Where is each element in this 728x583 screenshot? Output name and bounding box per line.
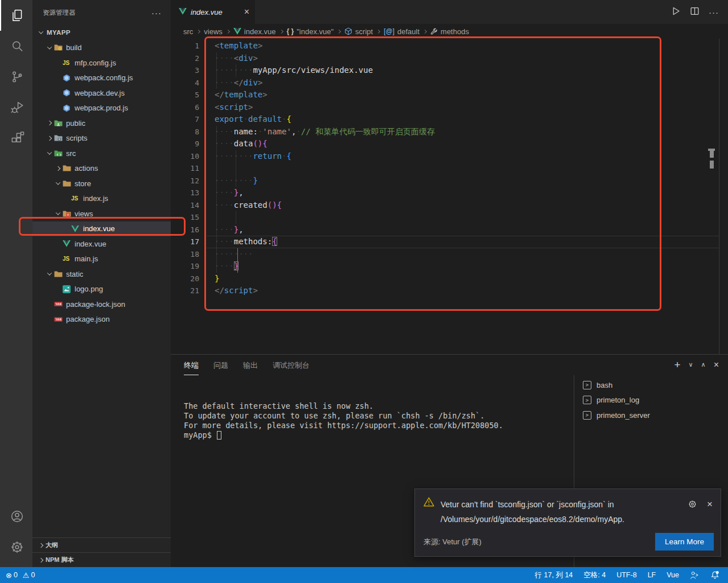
tree-item-logo.png[interactable]: logo.png xyxy=(32,282,171,297)
tree-item-static[interactable]: static xyxy=(32,266,171,282)
sidebar-section-NPM 脚本[interactable]: NPM 脚本 xyxy=(32,552,171,567)
folder-scripts-icon xyxy=(54,134,65,142)
tree-item-main.js[interactable]: JSmain.js xyxy=(32,252,171,267)
tab-bar: index.vue × ··· xyxy=(171,0,728,24)
status-eol[interactable]: LF xyxy=(648,571,656,579)
tree-item-package.json[interactable]: package.json xyxy=(32,312,171,327)
code-line-5[interactable]: 5</template> xyxy=(171,89,728,101)
code-line-18[interactable]: 18········ xyxy=(171,248,728,261)
activity-item-extensions[interactable] xyxy=(0,123,32,154)
code-line-9[interactable]: 9····data(){ xyxy=(171,138,728,150)
code-line-20[interactable]: 20} xyxy=(171,273,728,285)
tree-item-store[interactable]: store xyxy=(32,176,171,191)
activity-item-explorer[interactable] xyxy=(0,0,32,31)
chevron-closed-icon xyxy=(44,121,54,125)
code-line-8[interactable]: 8····name:·'name',·// 和菜单代码一致即可开启页面缓存 xyxy=(171,126,728,138)
panel-tab-输出[interactable]: 输出 xyxy=(243,360,258,375)
chevron-open-icon xyxy=(44,46,54,50)
file-tree: MYAPPbuildJSmfp.config.jswebpack.config.… xyxy=(32,25,171,327)
sidebar-section-大纲[interactable]: 大纲 xyxy=(32,537,171,552)
tree-item-mfp.config.js[interactable]: JSmfp.config.js xyxy=(32,55,171,71)
tree-item-label: src xyxy=(66,149,76,158)
terminal-instance-primeton_server[interactable]: >primeton_server xyxy=(574,408,728,423)
tree-item-index.vue[interactable]: index.vue xyxy=(32,221,171,237)
activity-item-settings[interactable] xyxy=(0,532,32,563)
code-line-14[interactable]: 14····created(){ xyxy=(171,199,728,212)
breadcrumb-item-views[interactable]: views xyxy=(204,27,223,36)
explorer-more-actions-icon[interactable]: ··· xyxy=(151,8,162,18)
panel-tab-问题[interactable]: 问题 xyxy=(213,360,228,375)
terminal-instance-primeton_log[interactable]: >primeton_log xyxy=(574,393,728,408)
tree-item-webpack.prod.js[interactable]: webpack.prod.js xyxy=(32,101,171,116)
code-line-13[interactable]: 13····}, xyxy=(171,187,728,199)
tab-index-vue[interactable]: index.vue × xyxy=(171,0,255,24)
more-actions-icon[interactable]: ··· xyxy=(709,7,719,17)
tree-item-index.vue[interactable]: index.vue xyxy=(32,236,171,252)
panel-tab-终端[interactable]: 终端 xyxy=(184,360,199,375)
status-indentation[interactable]: 空格: 4 xyxy=(583,570,606,580)
learn-more-button[interactable]: Learn More xyxy=(655,533,714,551)
code-line-11[interactable]: 11 xyxy=(171,162,728,175)
error-icon: ⊗ xyxy=(6,571,12,580)
code-editor[interactable]: 1<template>2····<div>3········myApp/src/… xyxy=(171,39,728,354)
chevron-open-icon xyxy=(44,151,54,155)
activity-item-source-control[interactable] xyxy=(0,61,32,92)
breadcrumb-item-script[interactable]: script xyxy=(344,27,373,36)
code-line-12[interactable]: 12········} xyxy=(171,175,728,187)
split-editor-icon[interactable] xyxy=(690,6,700,18)
new-terminal-icon[interactable]: + xyxy=(674,359,680,370)
run-icon[interactable] xyxy=(671,6,681,18)
tree-item-views[interactable]: views xyxy=(32,206,171,221)
status-cursor-position[interactable]: 行 17, 列 14 xyxy=(535,570,573,580)
breadcrumb-item-methods[interactable]: methods xyxy=(430,27,469,36)
breadcrumb-item-index.vue[interactable]: { }"index.vue" xyxy=(287,27,334,36)
code-line-1[interactable]: 1<template> xyxy=(171,40,728,52)
tree-item-scripts[interactable]: scripts xyxy=(32,131,171,146)
tree-item-webpack.dev.js[interactable]: webpack.dev.js xyxy=(32,85,171,101)
notification-close-icon[interactable]: × xyxy=(707,499,713,509)
tree-item-actions[interactable]: actions xyxy=(32,161,171,176)
code-line-7[interactable]: 7export·default·{ xyxy=(171,113,728,126)
code-line-21[interactable]: 21</script> xyxy=(171,285,728,297)
tree-item-package-lock.json[interactable]: package-lock.json xyxy=(32,297,171,312)
code-line-17[interactable]: 17····methods:{ xyxy=(171,236,728,248)
breadcrumb-item-default[interactable]: [@]default xyxy=(384,27,419,36)
status-notifications[interactable] xyxy=(710,570,719,580)
folder-store-icon xyxy=(63,180,73,187)
activity-item-search[interactable] xyxy=(0,31,32,61)
close-tab-icon[interactable]: × xyxy=(244,7,249,17)
activity-item-account[interactable] xyxy=(0,501,32,532)
code-line-16[interactable]: 16····}, xyxy=(171,224,728,236)
code-line-6[interactable]: 6<script> xyxy=(171,101,728,114)
code-line-4[interactable]: 4····</div> xyxy=(171,77,728,89)
breadcrumb-item-src[interactable]: src xyxy=(183,27,193,36)
breadcrumb-item-index.vue[interactable]: index.vue xyxy=(233,27,276,36)
code-line-3[interactable]: 3········myApp/src/views/index.vue xyxy=(171,64,728,77)
status-encoding[interactable]: UTF-8 xyxy=(616,571,636,579)
tree-item-webpack.config.js[interactable]: webpack.config.js xyxy=(32,71,171,86)
tree-item-index.js[interactable]: JSindex.js xyxy=(32,191,171,207)
code-line-10[interactable]: 10········return·{ xyxy=(171,150,728,163)
panel-actions: +∨∧× xyxy=(674,359,719,370)
code-line-2[interactable]: 2····<div> xyxy=(171,52,728,65)
activity-bar xyxy=(0,0,32,567)
overview-ruler[interactable] xyxy=(719,39,719,354)
close-panel-icon[interactable]: × xyxy=(714,360,719,369)
code-line-15[interactable]: 15 xyxy=(171,211,728,224)
activity-item-run-debug[interactable] xyxy=(0,92,32,123)
terminal-instance-bash[interactable]: >bash xyxy=(574,377,728,393)
folder-src-icon xyxy=(54,150,65,157)
tree-item-public[interactable]: public xyxy=(32,116,171,131)
problems-status[interactable]: ⊗ 0 ⚠ 0 xyxy=(0,571,35,580)
tree-item-src[interactable]: src xyxy=(32,146,171,161)
tree-item-myapp[interactable]: MYAPP xyxy=(32,25,171,40)
notification-settings-gear-icon[interactable] xyxy=(688,499,697,511)
status-language-mode[interactable]: Vue xyxy=(667,571,679,579)
code-line-19[interactable]: 19····} xyxy=(171,260,728,273)
status-feedback[interactable] xyxy=(690,570,700,580)
tree-item-build[interactable]: build xyxy=(32,40,171,56)
panel-tab-调试控制台[interactable]: 调试控制台 xyxy=(273,360,310,375)
maximize-panel-icon[interactable]: ∧ xyxy=(701,362,706,368)
terminal-dropdown-icon[interactable]: ∨ xyxy=(689,362,693,368)
breadcrumb-separator-icon xyxy=(279,29,283,33)
